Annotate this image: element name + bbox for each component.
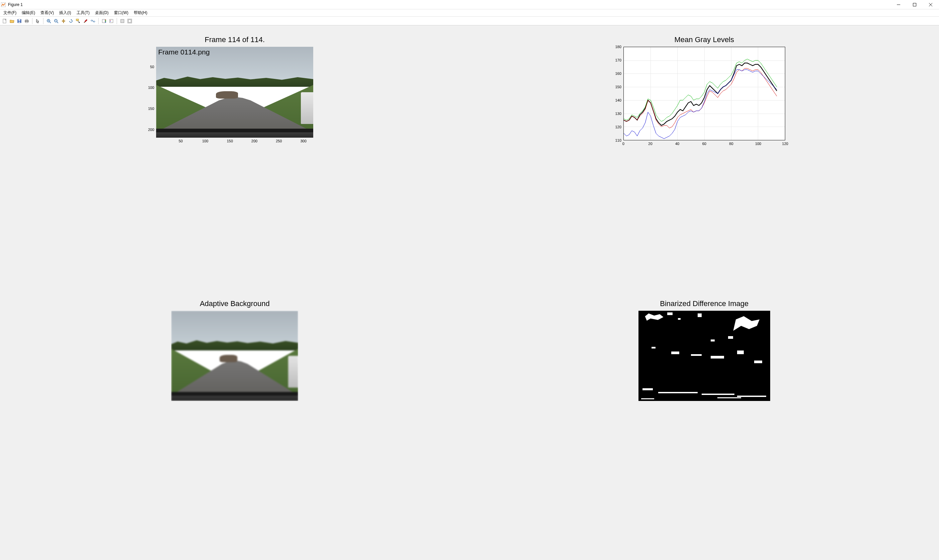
- subplot-2-ytick: 150: [615, 85, 621, 89]
- subplot-2-xtick: 20: [648, 142, 652, 146]
- subplot-3-title: Adaptive Background: [200, 299, 270, 308]
- svg-rect-26: [102, 19, 105, 23]
- toolbar-separator: [98, 18, 99, 24]
- subplot-1-axes[interactable]: Frame 0114.png: [156, 47, 313, 138]
- minimize-button[interactable]: [894, 2, 903, 8]
- close-button[interactable]: [926, 2, 935, 8]
- subplot-2-xtick: 60: [702, 142, 707, 146]
- binary-blob: [642, 388, 653, 390]
- svg-line-13: [49, 22, 51, 23]
- colorbar-icon[interactable]: [101, 18, 107, 25]
- zoom-in-icon[interactable]: [45, 18, 52, 25]
- subplot-2-ytick: 160: [615, 71, 621, 75]
- subplot-1-title: Frame 114 of 114.: [205, 35, 265, 44]
- binary-blob: [728, 336, 733, 339]
- frame-overlay-text: Frame 0114.png: [158, 48, 209, 56]
- toolbar-separator: [43, 18, 43, 24]
- print-icon[interactable]: [23, 18, 30, 25]
- subplot-1-ytick: 200: [148, 128, 154, 132]
- subplot-1-xtick: 100: [202, 139, 208, 143]
- chart-series-black: [624, 63, 777, 126]
- subplot-3: Adaptive Background: [13, 299, 456, 550]
- binary-blob: [667, 312, 673, 315]
- binary-blob: [733, 316, 759, 332]
- pointer-icon[interactable]: [34, 18, 41, 25]
- toolbar-separator: [117, 18, 117, 24]
- menu-desktop[interactable]: 桌面(D): [92, 9, 111, 16]
- frame-image: [156, 47, 313, 138]
- figure-canvas[interactable]: Frame 114 of 114. Frame 0114.png: [0, 25, 939, 560]
- menu-insert[interactable]: 插入(I): [57, 9, 74, 16]
- subplot-1-ytick: 50: [150, 65, 154, 69]
- new-figure-icon[interactable]: [2, 18, 8, 25]
- subplot-2-xtick: 100: [755, 142, 761, 146]
- svg-rect-7: [18, 19, 20, 21]
- link-icon[interactable]: [89, 18, 96, 25]
- save-icon[interactable]: [16, 18, 23, 25]
- hide-tools-icon[interactable]: [119, 18, 126, 25]
- binary-blob: [671, 351, 679, 354]
- subplot-2-ytick: 140: [615, 98, 621, 102]
- subplot-2-ytick: 180: [615, 45, 621, 49]
- maximize-button[interactable]: [910, 2, 919, 8]
- binary-blob: [658, 392, 698, 393]
- subplot-2-xtick: 0: [622, 142, 625, 146]
- chart-lines: [624, 47, 785, 140]
- subplot-2-ytick: 170: [615, 58, 621, 62]
- menu-help[interactable]: 帮助(H): [131, 9, 150, 16]
- subplot-4-title: Binarized Difference Image: [660, 299, 748, 308]
- matlab-figure-icon: [1, 2, 6, 7]
- binary-blob: [737, 351, 744, 354]
- menu-tools[interactable]: 工具(T): [74, 9, 92, 16]
- window-title: Figure 1: [8, 2, 894, 7]
- menu-file[interactable]: 文件(F): [1, 9, 19, 16]
- svg-rect-8: [18, 22, 20, 23]
- svg-rect-33: [128, 20, 131, 22]
- subplot-1-xtick: 200: [251, 139, 257, 143]
- subplot-1-ytick: 100: [148, 86, 154, 89]
- svg-point-21: [79, 22, 80, 23]
- subplot-2-xtick: 120: [782, 142, 788, 146]
- legend-icon[interactable]: [108, 18, 115, 25]
- binary-blob: [737, 395, 766, 397]
- subplot-2-title: Mean Gray Levels: [674, 35, 734, 44]
- binary-blob: [702, 394, 735, 395]
- zoom-out-icon[interactable]: [53, 18, 60, 25]
- svg-rect-27: [105, 19, 106, 23]
- subplot-2-axes[interactable]: [623, 47, 785, 140]
- binary-blob: [691, 354, 702, 356]
- subplot-4: Binarized Difference Image: [483, 299, 926, 550]
- menubar: 文件(F) 编辑(E) 查看(V) 插入(I) 工具(T) 桌面(D) 窗口(W…: [0, 9, 939, 17]
- rotate-icon[interactable]: [68, 18, 74, 25]
- titlebar: Figure 1: [0, 0, 939, 9]
- subplot-1-xtick: 50: [179, 139, 183, 143]
- pan-icon[interactable]: [60, 18, 67, 25]
- svg-rect-2: [913, 3, 916, 6]
- subplot-4-axes[interactable]: [639, 311, 770, 401]
- binary-blob: [717, 397, 741, 398]
- chart-series-red: [624, 69, 777, 128]
- subplot-2-ytick: 110: [615, 138, 621, 142]
- menu-view[interactable]: 查看(V): [38, 9, 57, 16]
- dock-icon[interactable]: [126, 18, 133, 25]
- binary-blob: [711, 340, 715, 341]
- binary-blob: [698, 314, 702, 317]
- window-controls: [894, 2, 938, 8]
- menu-edit[interactable]: 编辑(E): [19, 9, 38, 16]
- brush-icon[interactable]: [82, 18, 89, 25]
- subplot-2-xtick: 40: [675, 142, 679, 146]
- menu-window[interactable]: 窗口(W): [111, 9, 131, 16]
- binary-blob: [754, 360, 762, 363]
- open-icon[interactable]: [9, 18, 15, 25]
- subplot-2-xtick: 80: [729, 142, 733, 146]
- subplot-1-xtick: 250: [276, 139, 282, 143]
- svg-rect-28: [110, 19, 113, 23]
- subplot-1: Frame 114 of 114. Frame 0114.png: [13, 35, 456, 286]
- chart-series-green: [624, 59, 777, 122]
- binary-blob: [645, 314, 663, 321]
- subplot-3-axes[interactable]: [171, 311, 298, 401]
- subplot-2: Mean Gray Levels: [483, 35, 926, 286]
- svg-rect-10: [26, 19, 28, 20]
- binary-blob: [651, 347, 656, 349]
- datacursor-icon[interactable]: [75, 18, 82, 25]
